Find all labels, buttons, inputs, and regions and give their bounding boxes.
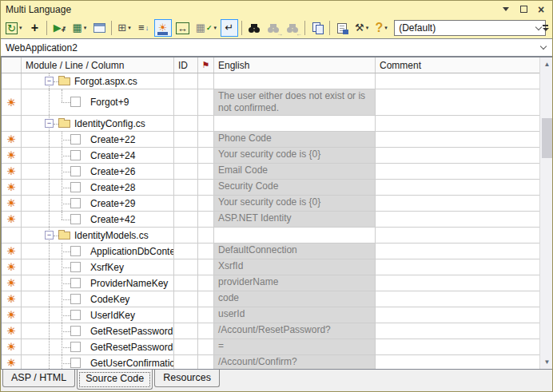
- comment-cell[interactable]: [376, 228, 539, 243]
- flag-cell[interactable]: [198, 355, 214, 370]
- flag-cell[interactable]: [198, 323, 214, 339]
- header-status-column[interactable]: [2, 57, 22, 73]
- folder-row[interactable]: −Forgot.aspx.cs: [2, 73, 539, 89]
- rescan-update-button[interactable]: ↻▾: [3, 19, 24, 37]
- flag-cell[interactable]: [198, 89, 214, 115]
- row-checkbox[interactable]: [70, 97, 81, 107]
- flag-cell[interactable]: [198, 212, 214, 227]
- comment-cell[interactable]: [376, 291, 539, 307]
- comment-cell[interactable]: [376, 132, 539, 147]
- comment-cell[interactable]: [376, 73, 539, 89]
- english-cell[interactable]: userId: [214, 307, 376, 323]
- english-cell[interactable]: =: [214, 339, 376, 354]
- string-row[interactable]: ☀UserIdKeyuserId: [2, 307, 539, 323]
- english-cell[interactable]: Your security code is {0}: [214, 148, 376, 163]
- comment-cell[interactable]: [376, 307, 539, 323]
- string-row[interactable]: ☀ApplicationDbContexDefaultConnection: [2, 244, 539, 259]
- english-cell[interactable]: /Account/Confirm?: [214, 355, 376, 370]
- flag-cell[interactable]: [198, 259, 214, 275]
- folder-row[interactable]: −IdentityConfig.cs: [2, 116, 539, 132]
- flag-cell[interactable]: [198, 196, 214, 211]
- chevron-down-icon[interactable]: ▾: [84, 25, 87, 31]
- flag-cell[interactable]: [198, 164, 214, 179]
- module-cell[interactable]: Create+42: [22, 212, 174, 227]
- id-cell[interactable]: [174, 228, 198, 243]
- chevron-down-icon[interactable]: ▾: [19, 25, 22, 31]
- comment-cell[interactable]: [376, 180, 539, 195]
- id-cell[interactable]: [174, 259, 198, 275]
- flag-cell[interactable]: [198, 116, 214, 131]
- module-cell[interactable]: GetResetPasswordRe: [22, 339, 174, 354]
- id-cell[interactable]: [174, 89, 198, 115]
- id-cell[interactable]: [174, 244, 198, 259]
- comment-cell[interactable]: [376, 212, 539, 227]
- header-english-column[interactable]: English: [214, 57, 376, 73]
- row-checkbox[interactable]: [70, 182, 81, 192]
- row-checkbox[interactable]: [70, 198, 81, 208]
- module-cell[interactable]: XsrfKey: [22, 259, 174, 275]
- tab-resources[interactable]: Resources: [154, 370, 220, 387]
- flag-cell[interactable]: [198, 339, 214, 354]
- english-cell[interactable]: code: [214, 291, 376, 307]
- english-cell[interactable]: Security Code: [214, 180, 376, 195]
- module-cell[interactable]: Create+24: [22, 148, 174, 163]
- chevron-down-icon[interactable]: ▾: [214, 25, 217, 31]
- toolbar-overflow-button[interactable]: [540, 20, 551, 36]
- id-cell[interactable]: [174, 339, 198, 354]
- language-combobox[interactable]: (Default): [394, 20, 546, 36]
- comment-cell[interactable]: [376, 244, 539, 259]
- flag-cell[interactable]: [198, 275, 214, 291]
- fit-column-width-button[interactable]: ↔: [173, 19, 192, 37]
- row-checkbox[interactable]: [70, 310, 81, 320]
- id-cell[interactable]: [174, 116, 198, 131]
- string-row[interactable]: ☀GetResetPasswordRe/Account/ResetPasswor…: [2, 323, 539, 339]
- english-cell[interactable]: [214, 228, 376, 243]
- grid-validate-button[interactable]: ▦✓▾: [193, 19, 219, 37]
- row-checkbox[interactable]: [70, 214, 81, 224]
- id-cell[interactable]: [174, 275, 198, 291]
- row-checkbox[interactable]: [70, 166, 81, 176]
- highlight-hardcoded-button[interactable]: ☀: [154, 19, 172, 37]
- collapse-toggle-icon[interactable]: −: [45, 231, 54, 240]
- english-cell[interactable]: [214, 116, 376, 131]
- module-cell[interactable]: UserIdKey: [22, 307, 174, 323]
- module-cell[interactable]: Create+28: [22, 180, 174, 195]
- id-cell[interactable]: [174, 180, 198, 195]
- comment-cell[interactable]: [376, 275, 539, 291]
- close-icon[interactable]: ×: [535, 3, 547, 15]
- id-cell[interactable]: [174, 196, 198, 211]
- string-row[interactable]: ☀Create+24Your security code is {0}: [2, 148, 539, 164]
- row-checkbox[interactable]: [70, 262, 81, 272]
- row-checkbox[interactable]: [70, 342, 81, 352]
- comment-cell[interactable]: [376, 148, 539, 163]
- comment-cell[interactable]: [376, 164, 539, 179]
- id-cell[interactable]: [174, 291, 198, 307]
- english-cell[interactable]: Email Code: [214, 164, 376, 179]
- string-row[interactable]: ☀Create+42ASP.NET Identity: [2, 212, 539, 228]
- comment-cell[interactable]: [376, 89, 539, 115]
- flag-cell[interactable]: [198, 180, 214, 195]
- chevron-down-icon[interactable]: ▾: [128, 25, 131, 31]
- scroll-down-icon[interactable]: ▼: [540, 355, 553, 369]
- maximize-icon[interactable]: [517, 3, 530, 15]
- id-cell[interactable]: [174, 307, 198, 323]
- tools-options-button[interactable]: ⚒▾: [352, 19, 371, 37]
- row-checkbox[interactable]: [70, 278, 81, 288]
- id-cell[interactable]: [174, 73, 198, 89]
- flag-cell[interactable]: [198, 228, 214, 243]
- row-checkbox[interactable]: [70, 358, 81, 368]
- id-cell[interactable]: [174, 148, 198, 163]
- module-cell[interactable]: GetResetPasswordRe: [22, 323, 174, 339]
- tab-asp-html[interactable]: ASP / HTML: [2, 370, 75, 387]
- row-checkbox[interactable]: [70, 294, 81, 304]
- english-cell[interactable]: providerName: [214, 275, 376, 291]
- header-flag-column[interactable]: ⚑: [198, 57, 214, 73]
- string-row[interactable]: ☀Forgot+9The user either does not exist …: [2, 89, 539, 116]
- id-cell[interactable]: [174, 212, 198, 227]
- row-checkbox[interactable]: [70, 326, 81, 336]
- header-comment-column[interactable]: Comment: [376, 57, 539, 73]
- flag-cell[interactable]: [198, 291, 214, 307]
- project-combobox[interactable]: WebApplication2: [1, 38, 552, 57]
- collapse-toggle-icon[interactable]: −: [45, 119, 54, 128]
- comment-cell[interactable]: [376, 196, 539, 211]
